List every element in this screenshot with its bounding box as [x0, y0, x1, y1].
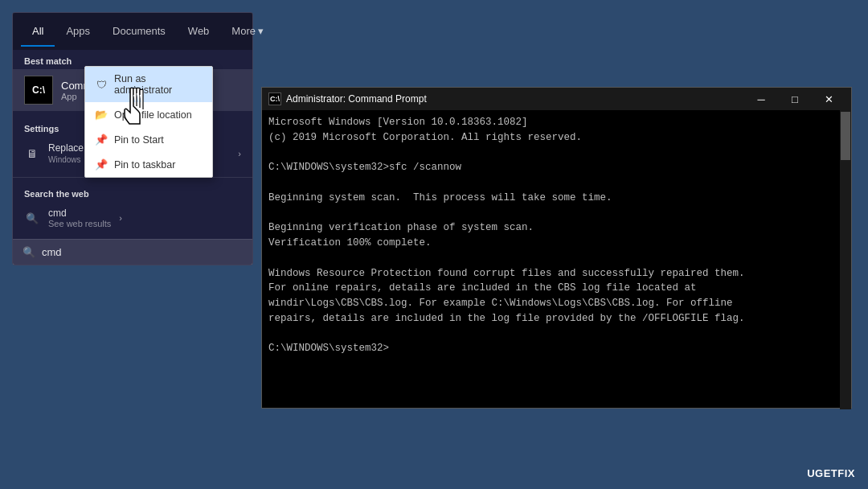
tab-apps[interactable]: Apps — [55, 17, 101, 47]
watermark-text: UGET — [807, 467, 837, 479]
search-icon: 🔍 — [23, 246, 35, 258]
search-tabs: All Apps Documents Web More ▾ — [13, 13, 252, 50]
cmd-output: Microsoft Windows [Version 10.0.18363.10… — [262, 110, 851, 361]
shield-icon: 🛡 — [95, 79, 108, 91]
tab-web[interactable]: Web — [177, 17, 221, 47]
cmd-close-button[interactable]: ✕ — [813, 91, 845, 107]
context-run-admin-label: Run as administrator — [114, 73, 203, 96]
chevron-down-icon: ▾ — [258, 25, 264, 37]
search-web-icon: 🔍 — [24, 212, 40, 224]
web-search-item[interactable]: 🔍 cmd See web results › — [13, 202, 252, 234]
tab-more[interactable]: More ▾ — [220, 17, 275, 47]
web-arrow-icon: › — [119, 213, 122, 223]
context-pin-taskbar-label: Pin to taskbar — [114, 159, 203, 171]
cmd-minimize-button[interactable]: ─ — [745, 91, 777, 107]
cmd-scrollbar-thumb[interactable] — [841, 112, 850, 160]
tab-documents[interactable]: Documents — [101, 17, 177, 47]
cmd-app-icon: C:\ — [268, 92, 281, 105]
search-bar[interactable]: 🔍 cmd — [13, 239, 252, 265]
pin-start-icon: 📌 — [95, 134, 108, 146]
arrow-icon: › — [238, 149, 241, 158]
search-web-section: Search the web 🔍 cmd See web results › — [13, 177, 252, 239]
context-open-location[interactable]: 📂 Open file location — [85, 102, 212, 127]
cmd-title-text: Administrator: Command Prompt — [286, 93, 740, 105]
search-web-label: Search the web — [13, 183, 252, 202]
cmd-window: C:\ Administrator: Command Prompt ─ □ ✕ … — [261, 87, 852, 409]
web-search-text: cmd See web results — [48, 208, 111, 228]
tab-all[interactable]: All — [21, 17, 55, 47]
watermark: UGETFIX — [807, 467, 855, 479]
cmd-window-controls: ─ □ ✕ — [745, 91, 845, 107]
context-pin-start[interactable]: 📌 Pin to Start — [85, 127, 212, 152]
pin-taskbar-icon: 📌 — [95, 158, 108, 171]
cmd-scrollbar[interactable] — [840, 110, 851, 409]
cmd-maximize-button[interactable]: □ — [779, 91, 811, 107]
folder-open-icon: 📂 — [95, 109, 108, 121]
context-pin-start-label: Pin to Start — [114, 134, 203, 146]
context-open-label: Open file location — [114, 109, 203, 121]
context-pin-taskbar[interactable]: 📌 Pin to taskbar — [85, 152, 212, 177]
monitor-icon: 🖥 — [24, 147, 40, 160]
cmd-icon: C:\ — [24, 76, 53, 105]
search-input-value[interactable]: cmd — [42, 246, 62, 258]
context-run-as-admin[interactable]: 🛡 Run as administrator — [85, 67, 212, 102]
context-menu: 🛡 Run as administrator 📂 Open file locat… — [84, 66, 213, 178]
cmd-titlebar: C:\ Administrator: Command Prompt ─ □ ✕ — [262, 88, 851, 110]
